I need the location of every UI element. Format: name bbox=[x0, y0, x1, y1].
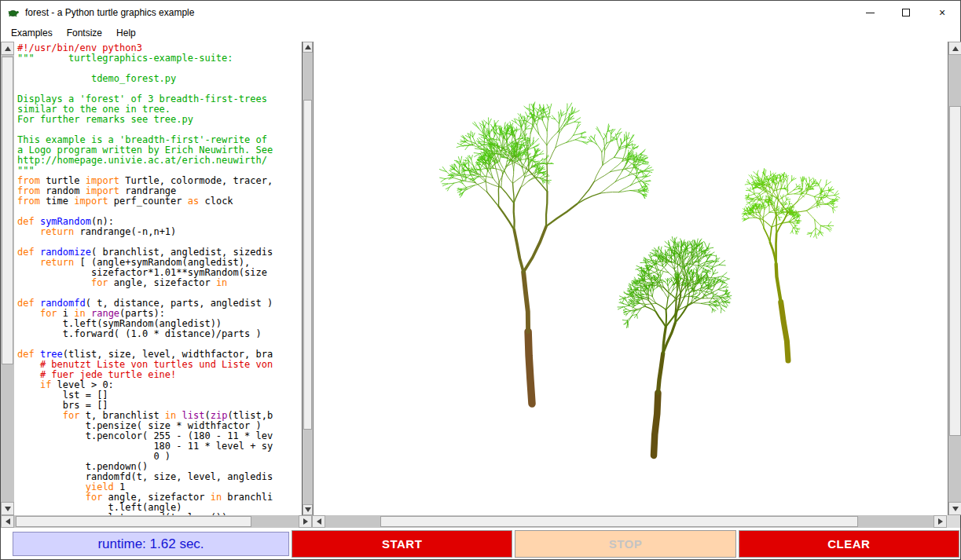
menu-item-help[interactable]: Help bbox=[109, 25, 143, 41]
scroll-up-button[interactable] bbox=[948, 42, 961, 55]
arrow-up-icon bbox=[5, 46, 11, 51]
scrollbar-track[interactable] bbox=[303, 53, 313, 504]
canvas-area bbox=[313, 42, 948, 515]
close-button[interactable]: × bbox=[924, 1, 960, 24]
scrollbar-track[interactable] bbox=[948, 55, 961, 502]
scroll-down-button[interactable] bbox=[1, 502, 14, 515]
arrow-up-icon bbox=[952, 46, 959, 51]
scrollbar-track[interactable] bbox=[14, 515, 299, 528]
arrow-right-icon bbox=[938, 518, 943, 525]
code-vertical-scrollbar[interactable] bbox=[1, 42, 14, 515]
horizontal-scroll-row bbox=[1, 515, 960, 528]
scrollbar-track[interactable] bbox=[325, 515, 933, 528]
scrollbar-thumb[interactable] bbox=[380, 516, 858, 527]
close-icon: × bbox=[939, 7, 945, 18]
maximize-button[interactable] bbox=[888, 1, 924, 24]
scroll-up-button[interactable] bbox=[1, 42, 14, 55]
scroll-down-button[interactable] bbox=[948, 502, 961, 515]
scrollbar-track[interactable] bbox=[1, 55, 14, 502]
arrow-down-icon bbox=[305, 507, 311, 512]
arrow-down-icon bbox=[952, 507, 959, 511]
arrow-left-icon bbox=[6, 518, 10, 525]
scroll-down-button[interactable] bbox=[303, 504, 313, 515]
menu-item-examples[interactable]: Examples bbox=[4, 25, 60, 41]
clear-button[interactable]: CLEAR bbox=[739, 530, 959, 558]
titlebar: forest - a Python turtle graphics exampl… bbox=[1, 1, 960, 24]
middle-vertical-scrollbar[interactable] bbox=[303, 42, 313, 515]
menubar: Examples Fontsize Help bbox=[1, 24, 960, 42]
turtle-icon bbox=[7, 6, 20, 19]
arrow-right-icon bbox=[303, 518, 308, 525]
maximize-icon bbox=[902, 9, 910, 16]
scrollbar-thumb[interactable] bbox=[303, 100, 312, 430]
bottom-bar: runtime: 1.62 sec. START STOP CLEAR bbox=[1, 528, 960, 559]
scroll-right-button[interactable] bbox=[299, 515, 312, 528]
main-area: #!/usr/bin/env python3""" turtlegraphics… bbox=[1, 42, 960, 515]
code-horizontal-scrollbar[interactable] bbox=[1, 515, 312, 528]
window-title: forest - a Python turtle graphics exampl… bbox=[25, 7, 194, 18]
scroll-left-button[interactable] bbox=[312, 515, 325, 528]
scroll-up-button[interactable] bbox=[303, 42, 313, 53]
scroll-left-button[interactable] bbox=[1, 515, 14, 528]
scrollbar-thumb[interactable] bbox=[16, 516, 251, 527]
scrollbar-thumb[interactable] bbox=[2, 57, 13, 364]
arrow-down-icon bbox=[5, 507, 11, 511]
minimize-icon bbox=[866, 13, 875, 13]
turtle-canvas bbox=[314, 42, 948, 515]
menu-item-fontsize[interactable]: Fontsize bbox=[60, 25, 109, 41]
arrow-up-icon bbox=[305, 45, 311, 49]
canvas-vertical-scrollbar[interactable] bbox=[948, 42, 961, 515]
arrow-left-icon bbox=[317, 518, 321, 525]
canvas-horizontal-scrollbar[interactable] bbox=[312, 515, 947, 528]
app-window: forest - a Python turtle graphics exampl… bbox=[0, 0, 961, 560]
minimize-button[interactable] bbox=[852, 1, 888, 24]
scrollbar-corner bbox=[947, 515, 960, 528]
code-text[interactable]: #!/usr/bin/env python3""" turtlegraphics… bbox=[14, 42, 303, 515]
stop-button[interactable]: STOP bbox=[515, 530, 735, 558]
runtime-label: runtime: 1.62 sec. bbox=[13, 532, 289, 556]
start-button[interactable]: START bbox=[292, 530, 512, 558]
scroll-right-button[interactable] bbox=[933, 515, 947, 528]
scrollbar-thumb[interactable] bbox=[949, 106, 961, 436]
window-controls: × bbox=[852, 1, 960, 24]
